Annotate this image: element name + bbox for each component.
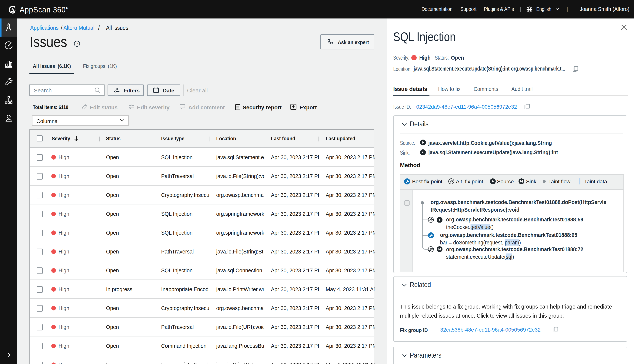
svg-text:?: ? xyxy=(76,42,78,46)
